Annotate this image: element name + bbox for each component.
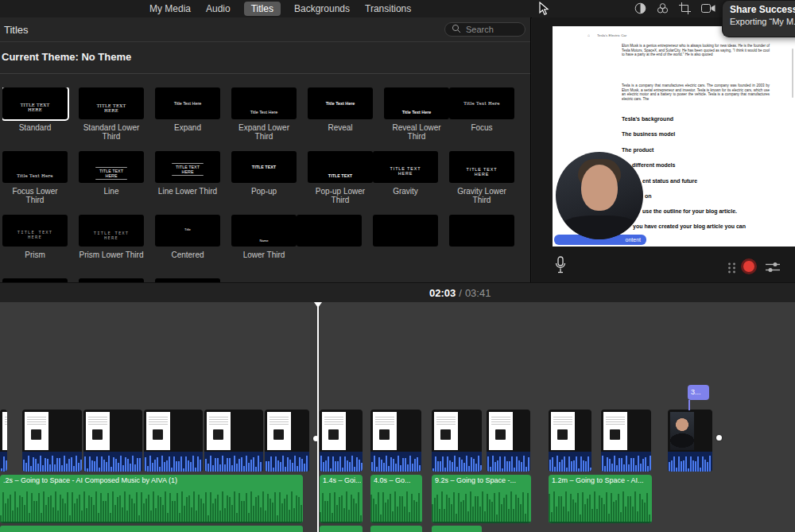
audio-waveform — [487, 452, 530, 472]
timeline-video-clip[interactable] — [487, 410, 530, 472]
title-thumb-reveal[interactable]: Title Text Here — [308, 87, 373, 119]
audio-waveform — [601, 452, 651, 472]
current-theme-label: Current Theme: No Theme — [2, 51, 131, 63]
title-thumb-expand-lower-third[interactable]: Title Text Here — [231, 87, 297, 119]
title-cell-expand: Title Text HereExpand — [155, 87, 220, 151]
timeline-overlay-clip[interactable]: 3... — [688, 385, 709, 400]
title-thumb-label: Pop-up — [231, 187, 297, 196]
titles-grid: TITLE TEXT HEREStandardTITLE TEXT HERESt… — [2, 87, 529, 282]
title-thumb-focus-lower-third[interactable]: Title Text Here — [2, 151, 68, 183]
camera-icon[interactable] — [701, 3, 716, 14]
drag-handle-dots[interactable] — [727, 262, 736, 277]
timeline-audio-clip[interactable]: 1.2m – Going to Space - AI... — [549, 475, 652, 523]
timeline-audio-clip[interactable]: 9.2s – Going to Space -... — [432, 475, 531, 523]
audio-clip-label: 1.2m – Going to Space - AI... — [552, 476, 650, 484]
timeline-video-clip[interactable] — [265, 410, 309, 472]
webcam-overlay — [556, 152, 643, 239]
title-cell-lower-third: NameLower Third — [231, 215, 297, 278]
timeline[interactable]: 3... .2s – Going to Space - AI Composed … — [0, 302, 795, 532]
title-cell-reveal-lower-third: Title Text HereReveal Lower Third — [384, 87, 449, 151]
timeline-video-clip[interactable] — [144, 410, 203, 472]
audio-waveform — [432, 452, 482, 472]
timeline-audio-clip[interactable]: 4.0s – Go... — [370, 475, 422, 523]
timeline-webcam-clip[interactable] — [668, 410, 712, 472]
timeline-audio-sliver[interactable] — [0, 526, 303, 532]
title-thumb-line-lower-third[interactable]: TITLE TEXT HERE — [155, 151, 220, 183]
title-thumb-pop-up-lower-third[interactable]: TITLE TEXT — [308, 151, 373, 183]
title-thumb-expand[interactable]: Title Text Here — [155, 87, 220, 119]
title-thumb-gravity[interactable]: TITLE TEXT HERE — [373, 151, 438, 183]
doc-heading: use the outline for your blog article. — [642, 208, 737, 214]
trim-handle[interactable] — [716, 435, 722, 441]
mouse-cursor — [538, 2, 549, 19]
timeline-video-clip[interactable] — [432, 410, 482, 472]
title-thumb-pop-up[interactable]: TITLE TEXT — [231, 151, 297, 183]
title-thumb-standard-lower-third[interactable]: TITLE TEXT HERE — [79, 87, 144, 119]
title-thumb-centered[interactable]: Title — [155, 215, 220, 247]
title-cell-expand-lower-third: Title Text HereExpand Lower Third — [231, 87, 297, 151]
title-thumb-gravity-lower-third[interactable]: TITLE TEXT HERE — [449, 151, 514, 183]
webcam-person-face — [581, 165, 618, 211]
audio-waveform — [432, 488, 531, 522]
timeline-video-clip[interactable] — [370, 410, 421, 472]
recording-settings-button[interactable] — [766, 262, 780, 276]
timeline-video-clip[interactable] — [83, 410, 142, 472]
audio-clip-label: 9.2s – Going to Space -... — [435, 476, 529, 484]
title-thumb-label: Gravity — [373, 187, 438, 196]
search-field[interactable] — [444, 22, 525, 37]
share-notification[interactable]: Share Success... Exporting “My M... — [722, 0, 795, 37]
timeline-video-clip[interactable] — [549, 410, 591, 472]
title-thumb-focus[interactable]: Title Text Here — [449, 87, 514, 119]
title-thumb-line[interactable]: TITLE TEXT HERE — [79, 151, 144, 183]
doc-page-title: Tesla's Electric Car — [597, 33, 626, 37]
contrast-icon[interactable] — [634, 2, 646, 14]
tab-my-media[interactable]: My Media — [148, 2, 192, 16]
timeline-audio-clip[interactable]: 1.4s – Goi... — [320, 475, 363, 523]
playhead[interactable] — [317, 302, 319, 532]
record-button[interactable] — [741, 258, 757, 274]
tab-audio[interactable]: Audio — [204, 2, 232, 16]
clip-thumbnail — [373, 412, 397, 450]
clip-thumbnail — [207, 412, 231, 450]
title-cell-focus-lower-third: Title Text HereFocus Lower Third — [2, 151, 68, 215]
doc-paragraph: Elon Musk is a genius entrepreneur who i… — [622, 44, 770, 57]
timeline-video-clip[interactable] — [204, 410, 263, 472]
audio-waveform — [668, 452, 712, 472]
title-thumb-label: Standard Lower Third — [79, 123, 144, 141]
tab-transitions[interactable]: Transitions — [363, 2, 413, 16]
title-thumb-prism[interactable]: TITLE TEXT HERE — [2, 215, 68, 247]
timeline-video-clip[interactable] — [601, 410, 651, 472]
tab-titles[interactable]: Titles — [244, 2, 281, 16]
title-thumb-standard[interactable]: TITLE TEXT HERE — [2, 87, 68, 119]
preview-pane: ⌂ Tesla's Electric Car Elon Musk is a ge… — [532, 17, 795, 282]
title-thumb-partial[interactable] — [297, 215, 362, 247]
title-thumb-lower-third[interactable]: Name — [231, 215, 297, 247]
crop-icon[interactable] — [679, 2, 691, 14]
timeline-audio-sliver[interactable] — [370, 526, 422, 532]
title-thumb-partial[interactable] — [373, 215, 438, 247]
home-icon: ⌂ — [588, 33, 590, 37]
timeline-audio-sliver[interactable] — [432, 526, 482, 532]
title-thumb-label: Lower Third — [231, 250, 297, 259]
search-input[interactable] — [464, 24, 518, 35]
preview-video[interactable]: ⌂ Tesla's Electric Car Elon Musk is a ge… — [553, 26, 795, 247]
timeline-audio-clip[interactable]: .2s – Going to Space - AI Composed Music… — [0, 475, 303, 523]
timeline-video-clip[interactable] — [0, 410, 7, 472]
title-thumb-reveal-lower-third[interactable]: Title Text Here — [384, 87, 449, 119]
title-thumb-partial[interactable] — [449, 215, 514, 247]
timecode-separator: / — [459, 287, 462, 299]
timeline-video-clip[interactable] — [22, 410, 82, 472]
tab-backgrounds[interactable]: Backgrounds — [293, 2, 351, 16]
timeline-audio-sliver[interactable] — [320, 526, 363, 532]
audio-waveform — [370, 452, 421, 472]
microphone-button[interactable] — [554, 256, 567, 278]
color-balance-icon[interactable] — [657, 2, 669, 14]
timeline-video-clip[interactable] — [320, 410, 363, 472]
timecode-total: 03:41 — [465, 287, 491, 299]
title-thumb-prism-lower-third[interactable]: TITLE TEXT HERE — [79, 215, 144, 247]
title-thumb-label: Centered — [155, 250, 220, 259]
doc-heading: on — [645, 193, 652, 199]
audio-waveform — [204, 452, 263, 472]
title-cell-focus: Title Text HereFocus — [449, 87, 514, 151]
notification-title: Share Success... — [730, 4, 795, 15]
